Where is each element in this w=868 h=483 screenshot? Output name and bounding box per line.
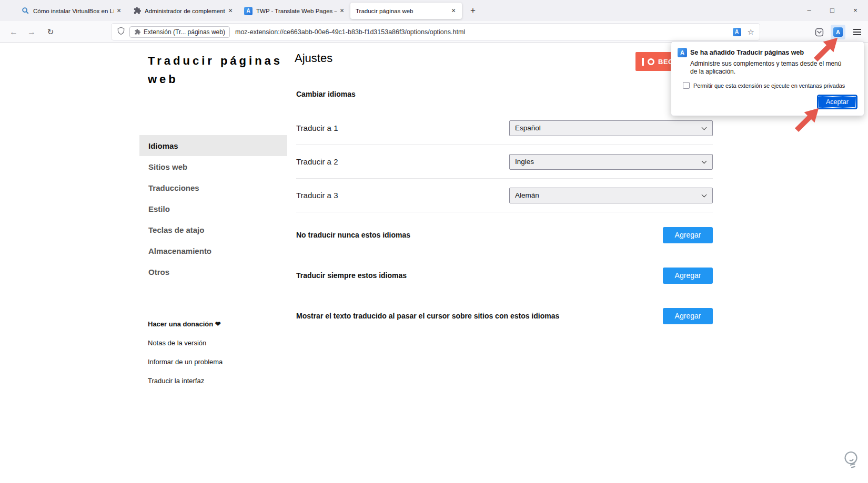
- private-windows-option: Permitir que esta extensión se ejecute e…: [683, 82, 857, 89]
- sidebar-item-almacenamiento[interactable]: Almacenamiento: [139, 240, 287, 261]
- menu-button[interactable]: [850, 25, 864, 39]
- translate-page-action-icon[interactable]: A: [733, 28, 741, 36]
- lightbulb-icon[interactable]: [840, 448, 863, 474]
- add-always-translate-button[interactable]: Agregar: [663, 268, 713, 284]
- tab-addons-manager[interactable]: Administrador de complemento ×: [127, 3, 239, 19]
- new-tab-button[interactable]: +: [465, 3, 481, 18]
- select-value: Ingles: [515, 158, 534, 166]
- always-translate-row: Traducir siempre estos idiomas Agregar: [296, 264, 713, 287]
- close-icon[interactable]: ×: [225, 6, 236, 16]
- tab-title: TWP - Translate Web Pages – C: [256, 8, 337, 14]
- shield-icon: [117, 27, 125, 37]
- annotation-arrow-to-accept-button: [789, 101, 826, 138]
- brand-title: Traducir páginas web: [148, 52, 306, 88]
- url-bar[interactable]: Extensión (Tr... páginas web) moz-extens…: [112, 24, 760, 40]
- chevron-down-icon: [702, 158, 707, 163]
- url-text: moz-extension://ce663abb-00e6-49c1-b83b-…: [235, 28, 729, 36]
- chevron-down-icon: [702, 125, 707, 130]
- table-row: Traducir a 1 Español: [296, 111, 713, 145]
- tab-title: Traducir páginas web: [356, 8, 448, 14]
- puzzle-icon: [133, 7, 141, 15]
- forward-button[interactable]: →: [24, 25, 39, 39]
- language-settings: Traducir a 1 Español Traducir a 2 Ingles…: [296, 111, 713, 212]
- translate-to-2-label: Traducir a 2: [296, 157, 338, 166]
- hover-translate-label: Mostrar el texto traducido al pasar el c…: [296, 312, 559, 320]
- identity-chip-label: Extensión (Tr... páginas web): [144, 28, 225, 36]
- chevron-down-icon: [702, 192, 707, 197]
- sidebar-item-teclas-de-atajo[interactable]: Teclas de atajo: [139, 219, 287, 240]
- popup-actions: Aceptar: [678, 95, 857, 109]
- translate-extension-icon: A: [244, 7, 253, 15]
- hamburger-icon: [853, 32, 861, 33]
- always-translate-label: Traducir siempre estos idiomas: [296, 271, 407, 280]
- donation-link[interactable]: Hacer una donación ❤: [148, 314, 223, 333]
- maximize-button[interactable]: □: [821, 0, 844, 20]
- tab-twp-page[interactable]: A TWP - Translate Web Pages – C ×: [239, 3, 350, 19]
- tab-title: Administrador de complemento: [145, 8, 225, 14]
- table-row: Traducir a 3 Alemán: [296, 179, 713, 212]
- select-value: Español: [515, 124, 541, 132]
- extension-page-icon: [134, 29, 140, 35]
- sidebar-item-traducciones[interactable]: Traducciones: [139, 177, 287, 198]
- sidebar-item-estilo[interactable]: Estilo: [139, 198, 287, 219]
- reload-button[interactable]: ↻: [43, 25, 58, 39]
- report-problem-link[interactable]: Informar de un problema: [148, 352, 223, 371]
- popup-title: Se ha añadido Traducir páginas web: [690, 48, 804, 56]
- translate-extension-icon: A: [678, 48, 687, 57]
- never-translate-row: No traducir nunca estos idiomas Agregar: [296, 223, 713, 246]
- private-windows-checkbox[interactable]: [683, 82, 690, 89]
- sidebar-menu: Idiomas Sitios web Traducciones Estilo T…: [139, 135, 287, 282]
- annotation-arrow-to-extension-icon: [808, 30, 845, 67]
- sidebar-links: Hacer una donación ❤ Notas de la versión…: [148, 314, 223, 390]
- tab-traducir-paginas-web[interactable]: Traducir páginas web ×: [350, 3, 462, 19]
- sidebar-item-sitios-web[interactable]: Sitios web: [139, 156, 287, 177]
- patreon-icon: [648, 58, 654, 65]
- patreon-icon: [642, 58, 644, 66]
- add-hover-translate-button[interactable]: Agregar: [663, 308, 713, 324]
- minimize-button[interactable]: –: [798, 0, 821, 20]
- translate-to-3-select[interactable]: Alemán: [509, 188, 713, 203]
- window-controls: – □ ×: [798, 0, 867, 20]
- close-icon[interactable]: ×: [448, 6, 459, 16]
- add-never-translate-button[interactable]: Agregar: [663, 227, 713, 243]
- window-close-button[interactable]: ×: [844, 0, 867, 20]
- translate-to-2-select[interactable]: Ingles: [509, 154, 713, 170]
- never-translate-label: No traducir nunca estos idiomas: [296, 231, 410, 239]
- translate-interface-link[interactable]: Traducir la interfaz: [148, 371, 223, 390]
- page-title: Ajustes: [295, 52, 332, 65]
- release-notes-link[interactable]: Notas de la versión: [148, 333, 223, 352]
- select-value: Alemán: [515, 191, 539, 199]
- sidebar-item-otros[interactable]: Otros: [139, 261, 287, 282]
- bookmark-star-icon[interactable]: ☆: [748, 27, 754, 37]
- translate-to-3-label: Traducir a 3: [296, 191, 338, 200]
- tab-strip: Cómo instalar VirtualBox en Lin × Admini…: [16, 0, 462, 19]
- urlbar-actions: A ☆: [733, 27, 754, 37]
- sidebar-item-idiomas[interactable]: Idiomas: [139, 135, 287, 156]
- identity-chip[interactable]: Extensión (Tr... páginas web): [129, 26, 230, 38]
- search-icon: [21, 7, 29, 15]
- translate-to-1-label: Traducir a 1: [296, 124, 338, 132]
- close-icon[interactable]: ×: [114, 6, 124, 16]
- tab-title: Cómo instalar VirtualBox en Lin: [33, 8, 114, 14]
- tab-virtualbox[interactable]: Cómo instalar VirtualBox en Lin ×: [16, 3, 127, 19]
- section-heading: Cambiar idiomas: [296, 90, 356, 98]
- close-icon[interactable]: ×: [337, 6, 347, 16]
- tab-bar: Cómo instalar VirtualBox en Lin × Admini…: [0, 0, 868, 21]
- private-windows-label: Permitir que esta extensión se ejecute e…: [693, 83, 845, 89]
- hover-translate-row: Mostrar el texto traducido al pasar el c…: [296, 304, 713, 327]
- translate-to-1-select[interactable]: Español: [509, 120, 713, 136]
- back-button[interactable]: ←: [6, 25, 21, 39]
- table-row: Traducir a 2 Ingles: [296, 145, 713, 179]
